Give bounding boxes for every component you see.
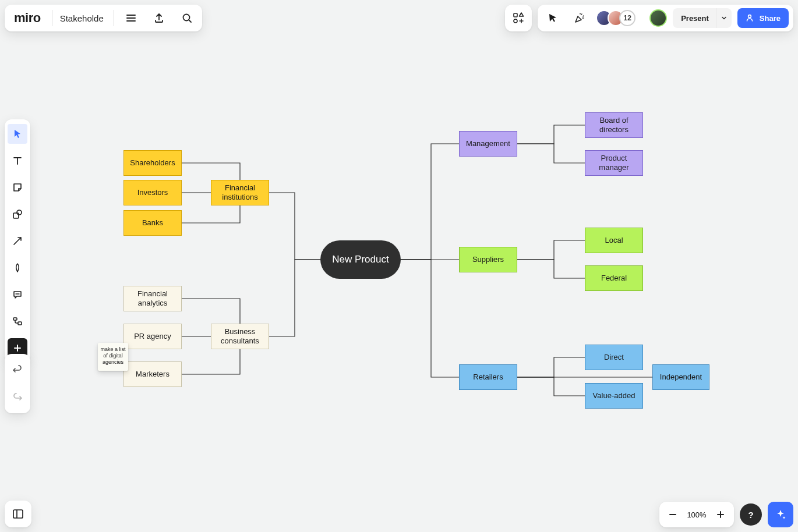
divider <box>52 10 53 26</box>
node-shareholders[interactable]: Shareholders <box>123 150 182 176</box>
panel-icon <box>12 508 24 520</box>
chevron-down-icon <box>721 15 728 22</box>
text-icon <box>12 155 23 166</box>
history-panel <box>5 354 30 413</box>
arrow-icon <box>12 235 23 247</box>
svg-point-4 <box>748 15 751 18</box>
divider <box>113 10 114 26</box>
node-board-of-directors[interactable]: Board of directors <box>585 112 643 138</box>
person-plus-icon <box>746 13 755 23</box>
node-federal[interactable]: Federal <box>585 265 643 291</box>
cursor-icon <box>12 128 23 140</box>
left-toolbar <box>5 119 30 363</box>
frames-icon <box>12 315 23 327</box>
board-title[interactable]: Stakeholde <box>60 13 106 23</box>
connector-tool[interactable] <box>8 231 27 251</box>
shapes-icon <box>12 208 23 220</box>
frame-tool[interactable] <box>8 311 27 331</box>
node-local[interactable]: Local <box>585 228 643 253</box>
share-button[interactable]: Share <box>737 8 789 28</box>
hamburger-icon <box>125 12 137 24</box>
collaboration-bar: 12 Present Share <box>538 5 793 31</box>
frames-panel-toggle[interactable] <box>5 501 31 527</box>
avatar-overflow-count[interactable]: 12 <box>619 10 635 26</box>
undo-button[interactable] <box>8 360 27 380</box>
share-label: Share <box>760 14 781 23</box>
svg-rect-9 <box>13 510 23 518</box>
comment-tool[interactable] <box>8 285 27 304</box>
redo-button[interactable] <box>8 388 27 407</box>
node-management[interactable]: Management <box>459 131 517 157</box>
present-label: Present <box>673 14 716 23</box>
select-tool[interactable] <box>8 124 27 144</box>
undo-icon <box>12 364 23 375</box>
node-pr-agency[interactable]: PR agency <box>123 324 182 349</box>
board-header: miro Stakeholde <box>5 5 202 31</box>
pen-tool[interactable] <box>8 258 27 278</box>
ai-assist-button[interactable] <box>768 502 793 527</box>
reactions-button[interactable] <box>569 8 590 29</box>
sticky-note[interactable]: make a list of digital agencies <box>98 343 128 371</box>
sparkle-icon <box>774 508 787 521</box>
connector-lines <box>0 0 798 532</box>
node-financial-analytics[interactable]: Financial analytics <box>123 286 182 311</box>
help-button[interactable]: ? <box>740 503 762 526</box>
zoom-control: 100% <box>659 502 734 527</box>
node-financial-institutions[interactable]: Financial institutions <box>211 180 269 205</box>
main-menu-button[interactable] <box>121 8 142 29</box>
shape-tool[interactable] <box>8 204 27 224</box>
mindmap-root[interactable]: New Product <box>320 240 401 279</box>
apps-icon <box>512 12 525 24</box>
node-marketers[interactable]: Marketers <box>123 361 182 387</box>
export-button[interactable] <box>149 8 170 29</box>
mindmap-canvas[interactable]: New Product Financial institutions Share… <box>0 0 798 532</box>
node-retailers[interactable]: Retailers <box>459 364 517 390</box>
top-right-cluster: 12 Present Share <box>505 5 793 31</box>
svg-rect-1 <box>514 13 517 17</box>
node-investors[interactable]: Investors <box>123 180 182 205</box>
present-dropdown[interactable] <box>716 8 732 28</box>
node-value-added[interactable]: Value-added <box>585 383 643 409</box>
pen-icon <box>12 262 23 274</box>
collaborator-avatars[interactable]: 12 <box>596 10 635 26</box>
comment-icon <box>12 289 23 300</box>
present-button[interactable]: Present <box>673 8 732 28</box>
text-tool[interactable] <box>8 151 27 171</box>
minus-icon <box>668 510 677 519</box>
svg-point-3 <box>514 19 517 23</box>
bottom-right-cluster: 100% ? <box>659 502 793 527</box>
export-icon <box>153 12 165 24</box>
cursor-tracking-button[interactable] <box>542 8 563 29</box>
miro-logo[interactable]: miro <box>9 10 45 26</box>
current-user-avatar[interactable] <box>649 9 667 27</box>
node-direct[interactable]: Direct <box>585 345 643 370</box>
sticky-note-tool[interactable] <box>8 178 27 197</box>
zoom-level[interactable]: 100% <box>686 510 707 519</box>
plus-icon <box>716 510 725 519</box>
search-icon <box>181 12 193 24</box>
party-popper-icon <box>574 12 585 24</box>
node-business-consultants[interactable]: Business consultants <box>211 324 269 349</box>
svg-rect-7 <box>13 318 17 320</box>
svg-point-0 <box>183 15 189 21</box>
node-banks[interactable]: Banks <box>123 210 182 236</box>
zoom-in-button[interactable] <box>711 505 730 524</box>
svg-point-6 <box>17 210 22 215</box>
search-button[interactable] <box>176 8 197 29</box>
svg-rect-8 <box>18 322 22 325</box>
redo-icon <box>12 392 23 403</box>
apps-button[interactable] <box>505 5 532 31</box>
sticky-note-icon <box>12 182 23 193</box>
plus-icon <box>12 343 23 353</box>
zoom-out-button[interactable] <box>663 505 683 524</box>
svg-marker-2 <box>520 13 524 16</box>
cursor-arrow-icon <box>547 12 559 24</box>
node-product-manager[interactable]: Product manager <box>585 150 643 176</box>
node-suppliers[interactable]: Suppliers <box>459 247 517 272</box>
node-independent[interactable]: Independent <box>652 364 709 390</box>
